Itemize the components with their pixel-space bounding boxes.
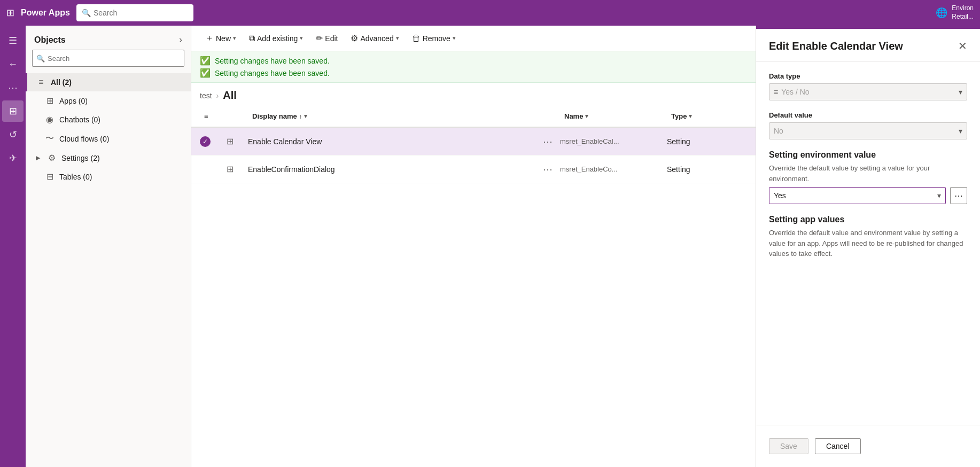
settings-icon: ⚙ bbox=[46, 153, 57, 163]
top-search-icon: 🔍 bbox=[82, 9, 91, 17]
data-type-select[interactable]: ≡ Yes / No ▾ bbox=[769, 83, 967, 100]
th-display-name[interactable]: Display name ↑ ▾ bbox=[248, 110, 543, 122]
th-filter-icon: ▾ bbox=[304, 113, 307, 120]
grid-icon[interactable]: ⊞ bbox=[6, 7, 14, 19]
notif-check-icon-2: ✅ bbox=[200, 68, 211, 78]
env-value-chevron: ▾ bbox=[937, 191, 941, 200]
advanced-button[interactable]: ⚙ Advanced ▾ bbox=[345, 30, 404, 46]
table-row[interactable]: ✓ ⊞ Enable Calendar View ⋯ msret_EnableC… bbox=[191, 128, 756, 155]
row-display-name-2: EnableConfirmationDialog bbox=[248, 165, 543, 174]
right-panel: Edit Enable Calendar View ✕ Data type ≡ … bbox=[756, 26, 980, 467]
main-layout: ☰ ← ⋯ ⊞ ↺ ✈ Objects › 🔍 ≡ All (2) ⊞ Apps… bbox=[0, 26, 980, 467]
notif-text-1: Setting changes have been saved. bbox=[215, 57, 330, 65]
left-search-input[interactable] bbox=[32, 50, 184, 67]
check-circle-1: ✓ bbox=[200, 136, 211, 147]
th-type[interactable]: Type ▾ bbox=[667, 110, 747, 122]
th-type-filter-icon: ▾ bbox=[689, 113, 692, 120]
close-button[interactable]: ✕ bbox=[958, 40, 967, 52]
row-type-2: Setting bbox=[667, 165, 747, 174]
advanced-icon: ⚙ bbox=[351, 33, 358, 43]
collapse-button[interactable]: › bbox=[179, 34, 182, 45]
objects-title: Objects bbox=[34, 35, 66, 45]
new-label: New bbox=[216, 34, 231, 43]
data-type-label: Data type bbox=[769, 72, 967, 80]
env-value-select[interactable]: Yes ▾ bbox=[769, 187, 946, 204]
default-value-select[interactable]: No ▾ bbox=[769, 122, 967, 139]
default-value-text: No bbox=[774, 127, 783, 135]
left-panel-header: Objects › bbox=[26, 26, 191, 50]
row-name-2: msret_EnableCo... bbox=[560, 165, 667, 173]
env-info: Environ Retail... bbox=[952, 4, 974, 21]
edit-button[interactable]: ✏ Edit bbox=[310, 30, 343, 46]
new-chevron-icon: ▾ bbox=[233, 35, 236, 42]
advanced-label: Advanced bbox=[360, 34, 393, 43]
app-values-desc: Override the default value and environme… bbox=[769, 228, 967, 259]
breadcrumb: test › All bbox=[191, 83, 756, 106]
sidebar-apps-icon[interactable]: ⊞ bbox=[2, 100, 24, 122]
remove-icon: 🗑 bbox=[412, 34, 421, 43]
sidebar-history-icon[interactable]: ↺ bbox=[2, 124, 24, 145]
notif-check-icon-1: ✅ bbox=[200, 56, 211, 66]
cloudflows-icon: 〜 bbox=[44, 133, 55, 144]
top-search-input[interactable] bbox=[76, 4, 193, 21]
sidebar-launch-icon[interactable]: ✈ bbox=[2, 147, 24, 169]
env-value-title: Setting environment value bbox=[769, 150, 967, 160]
advanced-chevron-icon: ▾ bbox=[396, 35, 399, 42]
app-title: Power Apps bbox=[21, 8, 70, 18]
th-name[interactable]: Name ▾ bbox=[560, 110, 667, 122]
add-existing-icon: ⧉ bbox=[249, 34, 255, 43]
remove-chevron-icon: ▾ bbox=[453, 35, 456, 42]
add-existing-chevron-icon: ▾ bbox=[300, 35, 303, 42]
app-values-title: Setting app values bbox=[769, 215, 967, 224]
top-nav: ⊞ Power Apps 🔍 🌐 Environ Retail... bbox=[0, 0, 980, 26]
sidebar-item-apps[interactable]: ⊞ Apps (0) bbox=[26, 91, 191, 110]
panel-title: Edit Enable Calendar View bbox=[769, 40, 903, 52]
right-panel-header: Edit Enable Calendar View ✕ bbox=[756, 29, 980, 61]
sidebar-item-all[interactable]: ≡ All (2) bbox=[26, 73, 191, 91]
sidebar-item-cloudflows[interactable]: 〜 Cloud flows (0) bbox=[26, 129, 191, 149]
cancel-button[interactable]: Cancel bbox=[815, 438, 861, 454]
env-value-section: Setting environment value Override the d… bbox=[769, 150, 967, 204]
settings-label: Settings (2) bbox=[61, 154, 100, 162]
sidebar-item-settings[interactable]: ▶ ⚙ Settings (2) bbox=[26, 149, 191, 167]
main-content: ＋ New ▾ ⧉ Add existing ▾ ✏ Edit ⚙ Advanc… bbox=[191, 26, 756, 467]
sidebar-back-icon[interactable]: ← bbox=[2, 53, 24, 75]
save-button[interactable]: Save bbox=[769, 438, 808, 454]
th-row-icon bbox=[227, 114, 248, 119]
new-icon: ＋ bbox=[205, 33, 214, 44]
env-value-more-button[interactable]: ⋯ bbox=[950, 187, 967, 204]
row-display-name-1: Enable Calendar View bbox=[248, 137, 543, 146]
sidebar-menu-icon[interactable]: ☰ bbox=[2, 30, 24, 51]
remove-button[interactable]: 🗑 Remove ▾ bbox=[407, 30, 461, 46]
edit-label: Edit bbox=[325, 34, 338, 43]
right-panel-body: Data type ≡ Yes / No ▾ Default value No … bbox=[756, 61, 980, 270]
chatbots-label: Chatbots (0) bbox=[59, 115, 100, 124]
data-type-chevron: ▾ bbox=[959, 88, 962, 96]
data-type-field: Data type ≡ Yes / No ▾ bbox=[769, 72, 967, 100]
add-existing-button[interactable]: ⧉ Add existing ▾ bbox=[244, 30, 308, 46]
sidebar-item-tables[interactable]: ⊟ Tables (0) bbox=[26, 167, 191, 186]
row-menu-2[interactable]: ⋯ bbox=[543, 164, 560, 175]
sidebar-more-icon[interactable]: ⋯ bbox=[2, 77, 24, 98]
environment-icon: 🌐 bbox=[936, 7, 947, 19]
notif-text-2: Setting changes have been saved. bbox=[215, 69, 330, 77]
row-menu-1[interactable]: ⋯ bbox=[543, 136, 560, 147]
table-row[interactable]: ⊞ EnableConfirmationDialog ⋯ msret_Enabl… bbox=[191, 155, 756, 183]
sidebar-item-chatbots[interactable]: ◉ Chatbots (0) bbox=[26, 110, 191, 129]
apps-label: Apps (0) bbox=[59, 97, 88, 105]
cloudflows-label: Cloud flows (0) bbox=[59, 135, 109, 143]
right-panel-footer: Save Cancel bbox=[756, 425, 980, 467]
env-value-desc: Override the default value by setting a … bbox=[769, 163, 967, 184]
tables-icon: ⊟ bbox=[44, 172, 55, 182]
table-area: ≡ Display name ↑ ▾ Name ▾ Type ▾ bbox=[191, 106, 756, 467]
breadcrumb-parent[interactable]: test bbox=[200, 91, 212, 100]
all-icon: ≡ bbox=[36, 77, 46, 87]
new-button[interactable]: ＋ New ▾ bbox=[200, 29, 242, 47]
default-value-label: Default value bbox=[769, 111, 967, 119]
edit-icon: ✏ bbox=[316, 33, 323, 43]
add-existing-label: Add existing bbox=[257, 34, 298, 43]
icon-sidebar: ☰ ← ⋯ ⊞ ↺ ✈ bbox=[0, 26, 26, 467]
th-menu bbox=[543, 114, 560, 119]
row-check-1: ✓ bbox=[200, 136, 227, 147]
env-sub: Retail... bbox=[952, 13, 974, 21]
